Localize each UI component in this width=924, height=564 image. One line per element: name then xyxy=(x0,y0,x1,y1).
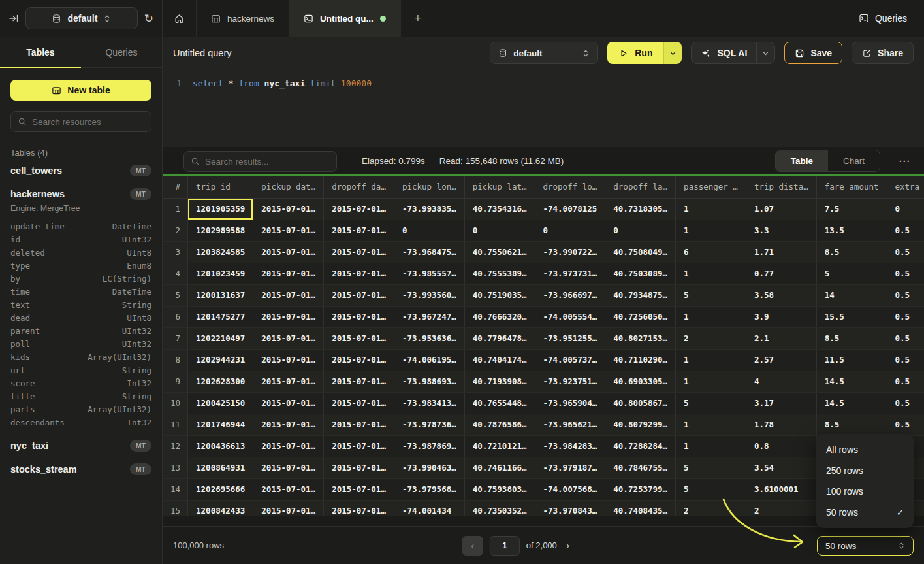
results-more-button[interactable]: ⋯ xyxy=(895,154,914,168)
table-cell[interactable]: 40.7508049… xyxy=(605,241,676,263)
table-cell[interactable]: 0 xyxy=(535,220,605,241)
table-cell[interactable]: 1202944231 xyxy=(188,349,253,371)
table-cell[interactable]: 40.7796478… xyxy=(464,327,535,349)
table-cell[interactable]: -73.967247… xyxy=(394,306,464,327)
table-cell[interactable]: -73.978736… xyxy=(394,414,464,435)
collapse-sidebar-button[interactable] xyxy=(8,13,19,24)
table-cell[interactable]: 3.3 xyxy=(746,220,816,241)
column-header-pickup_dat[interactable]: pickup_dat… xyxy=(253,176,324,198)
table-cell[interactable]: 1200842433 xyxy=(188,500,253,516)
table-cell[interactable]: 2015-07-01… xyxy=(324,478,394,500)
table-cell[interactable]: 2015-07-01… xyxy=(324,306,394,327)
table-cell[interactable]: 3.54 xyxy=(746,457,816,478)
sidebar-search-input[interactable] xyxy=(32,117,148,127)
table-cell[interactable]: 1 xyxy=(676,306,746,327)
table-cell[interactable]: 1 xyxy=(676,435,746,457)
table-cell[interactable]: 2015-07-01… xyxy=(324,327,394,349)
table-cell[interactable]: 40.7655448… xyxy=(464,392,535,414)
table-cell[interactable]: 0.5 xyxy=(887,392,924,414)
table-cell[interactable]: 40.7110290… xyxy=(605,349,676,371)
table-cell[interactable]: 1 xyxy=(676,349,746,371)
menu-item-50-rows[interactable]: 50 rows✓ xyxy=(816,502,914,523)
results-search[interactable] xyxy=(183,151,337,172)
table-cell[interactable]: 40.7256050… xyxy=(605,306,676,327)
new-tab-button[interactable]: + xyxy=(401,0,435,37)
table-cell[interactable]: 2015-07-01… xyxy=(253,241,324,263)
sidebar-tab-tables[interactable]: Tables xyxy=(0,37,81,67)
table-cell[interactable]: 3.58 xyxy=(746,284,816,306)
table-cell[interactable]: 0.5 xyxy=(887,263,924,284)
table-cell[interactable]: -73.973731… xyxy=(535,263,605,284)
table-cell[interactable]: 40.7354316… xyxy=(464,198,535,220)
menu-item-250-rows[interactable]: 250 rows xyxy=(816,460,914,481)
column-header-pickup_lon[interactable]: pickup_lon… xyxy=(394,176,464,198)
table-cell[interactable]: 40.7193908… xyxy=(464,371,535,392)
table-cell[interactable]: 0.5 xyxy=(887,284,924,306)
column-header-dropoff_la[interactable]: dropoff_la… xyxy=(605,176,676,198)
table-cell[interactable]: 0.5 xyxy=(887,220,924,241)
table-cell[interactable]: 2015-07-01… xyxy=(253,263,324,284)
table-cell[interactable]: 0 xyxy=(464,220,535,241)
table-cell[interactable]: 8.5 xyxy=(816,327,887,349)
table-cell[interactable]: 5 xyxy=(816,263,887,284)
table-cell[interactable]: -73.965904… xyxy=(535,392,605,414)
table-cell[interactable]: -74.006195… xyxy=(394,349,464,371)
tab-hackernews[interactable]: hackernews xyxy=(197,0,289,37)
table-cell[interactable]: 2015-07-01… xyxy=(324,284,394,306)
table-cell[interactable]: -73.990722… xyxy=(535,241,605,263)
table-cell[interactable]: 11.5 xyxy=(816,349,887,371)
table-cell[interactable]: 1201475277 xyxy=(188,306,253,327)
table-cell[interactable]: 2.1 xyxy=(746,327,816,349)
table-cell[interactable]: 40.7404174… xyxy=(464,349,535,371)
table-cell[interactable]: 1 xyxy=(676,198,746,220)
table-cell[interactable]: 40.7210121… xyxy=(464,435,535,457)
table-cell[interactable]: 1200436613 xyxy=(188,435,253,457)
table-cell[interactable]: 40.7461166… xyxy=(464,457,535,478)
table-cell[interactable]: -73.993560… xyxy=(394,284,464,306)
table-cell[interactable]: 3.9 xyxy=(746,306,816,327)
page-number-input[interactable] xyxy=(490,536,520,556)
run-options-button[interactable] xyxy=(663,42,682,64)
table-cell[interactable]: 3.6100001 xyxy=(746,478,816,500)
column-header-passenger_[interactable]: passenger_… xyxy=(676,176,746,198)
table-cell[interactable]: 2 xyxy=(676,500,746,516)
table-cell[interactable]: 5 xyxy=(676,284,746,306)
sidebar-search[interactable] xyxy=(10,111,151,132)
table-cell[interactable]: 1200864931 xyxy=(188,457,253,478)
table-cell[interactable]: 1 xyxy=(676,263,746,284)
table-cell[interactable]: 1202695666 xyxy=(188,478,253,500)
table-cell[interactable]: 2015-07-01… xyxy=(253,349,324,371)
table-cell[interactable]: 2015-07-01… xyxy=(253,392,324,414)
table-cell[interactable]: -73.966697… xyxy=(535,284,605,306)
table-cell[interactable]: 2015-07-01… xyxy=(324,349,394,371)
table-cell[interactable]: 14 xyxy=(816,284,887,306)
table-cell[interactable]: 15.5 xyxy=(816,306,887,327)
view-toggle-table[interactable]: Table xyxy=(776,150,828,171)
table-cell[interactable]: 2015-07-01… xyxy=(324,414,394,435)
query-database-selector[interactable]: default xyxy=(490,42,598,64)
table-cell[interactable]: 0 xyxy=(394,220,464,241)
table-cell[interactable]: 2015-07-01… xyxy=(253,478,324,500)
tab-home[interactable] xyxy=(163,0,197,37)
table-cell[interactable]: 0.8 xyxy=(746,435,816,457)
table-cell[interactable]: 2015-07-01… xyxy=(324,457,394,478)
table-cell[interactable]: -73.965621… xyxy=(535,414,605,435)
table-cell[interactable]: 2015-07-01… xyxy=(253,435,324,457)
table-cell[interactable]: 0 xyxy=(605,220,676,241)
table-cell[interactable]: -74.007568… xyxy=(535,478,605,500)
table-cell[interactable]: 1202210497 xyxy=(188,327,253,349)
table-cell[interactable]: -73.984283… xyxy=(535,435,605,457)
table-cell[interactable]: -74.001434 xyxy=(394,500,464,516)
sql-editor[interactable]: 1 select * from nyc_taxi limit 100000 xyxy=(163,69,924,147)
table-cell[interactable]: 8.5 xyxy=(816,241,887,263)
table-cell[interactable]: -73.951255… xyxy=(535,327,605,349)
sql-ai-options-button[interactable] xyxy=(756,42,774,63)
table-cell[interactable]: 40.6903305… xyxy=(605,371,676,392)
table-cell[interactable]: 2015-07-01… xyxy=(253,414,324,435)
table-cell[interactable]: 1201023459 xyxy=(188,263,253,284)
table-cell[interactable]: 2015-07-01… xyxy=(253,327,324,349)
table-cell[interactable]: 2015-07-01… xyxy=(324,263,394,284)
table-cell[interactable]: 40.8079299… xyxy=(605,414,676,435)
table-cell[interactable]: 4 xyxy=(746,371,816,392)
table-cell[interactable]: 3.17 xyxy=(746,392,816,414)
